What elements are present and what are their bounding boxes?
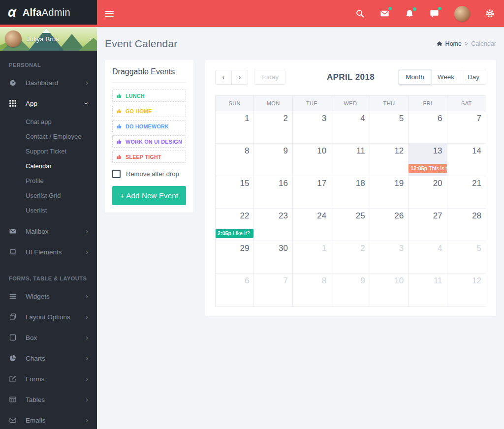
calendar-cell-22[interactable]: 222:05p Like it?: [216, 209, 254, 241]
calendar-cell-18[interactable]: 18: [331, 176, 370, 209]
calendar-cell-next-11[interactable]: 11: [409, 274, 447, 306]
calendar-cell-16[interactable]: 16: [254, 176, 292, 209]
brand-name-bold: Alfa: [23, 7, 42, 18]
chat-icon[interactable]: [429, 8, 440, 19]
mail-icon[interactable]: [379, 8, 390, 19]
laptop-icon: [9, 248, 26, 256]
sidebar-item-forms[interactable]: Forms›: [0, 368, 97, 389]
sidebar-subitem-support-ticket[interactable]: Support Ticket: [0, 144, 97, 159]
breadcrumb-home-link[interactable]: Home: [436, 40, 462, 47]
calendar-cell-next-4[interactable]: 4: [409, 241, 447, 274]
add-new-event-button[interactable]: + Add New Event: [112, 186, 186, 205]
calendar-event[interactable]: 12:05p This is t: [409, 164, 446, 173]
calendar-cell-1[interactable]: 1: [216, 111, 254, 144]
calendar-cell-5[interactable]: 5: [370, 111, 409, 144]
calendar-cell-9[interactable]: 9: [254, 144, 292, 176]
calendar-cell-15[interactable]: 15: [216, 176, 254, 209]
calendar-cell-8[interactable]: 8: [216, 144, 254, 176]
sidebar-item-charts[interactable]: Charts›: [0, 348, 97, 368]
calendar-cell-19[interactable]: 19: [370, 176, 409, 209]
calendar-cell-14[interactable]: 14: [447, 144, 486, 176]
calendar-cell-next-1[interactable]: 1: [293, 241, 331, 274]
calendar-cell-next-2[interactable]: 2: [331, 241, 370, 274]
calendar-cell-10[interactable]: 10: [293, 144, 331, 176]
day-number: 21: [472, 179, 481, 188]
calendar-cell-28[interactable]: 28: [447, 209, 486, 241]
sidebar-subitem-contact-employee[interactable]: Contact / Employee: [0, 129, 97, 144]
calendar-cell-next-6[interactable]: 6: [216, 274, 254, 306]
calendar-cell-4[interactable]: 4: [331, 111, 370, 144]
calendar-cell-11[interactable]: 11: [331, 144, 370, 176]
calendar-cell-27[interactable]: 27: [409, 209, 447, 241]
calendar-cell-next-7[interactable]: 7: [254, 274, 292, 306]
calendar-cell-25[interactable]: 25: [331, 209, 370, 241]
calendar-cell-next-8[interactable]: 8: [293, 274, 331, 306]
day-number: 1: [322, 244, 326, 253]
draggable-event-work-on-ui-design[interactable]: WORK ON UI DESIGN: [112, 135, 186, 148]
day-number: 28: [472, 211, 481, 221]
calendar-cell-24[interactable]: 24: [293, 209, 331, 241]
sidebar-item-emails[interactable]: Emails›: [0, 410, 97, 429]
calendar-cell-next-12[interactable]: 12: [447, 274, 486, 306]
table-icon: [9, 396, 26, 403]
calendar-cell-26[interactable]: 26: [370, 209, 409, 241]
sidebar-item-dashboard[interactable]: Dashboard›: [0, 72, 97, 93]
sidebar-item-app[interactable]: App›: [0, 93, 97, 114]
draggable-event-sleep-tight[interactable]: SLEEP TIGHT: [112, 151, 186, 163]
today-button[interactable]: Today: [254, 70, 285, 85]
sidebar-item-tables[interactable]: Tables›: [0, 389, 97, 410]
user-profile-banner[interactable]: Juliya Brus ›: [0, 27, 97, 51]
menu-icon[interactable]: [105, 9, 114, 18]
calendar-cell-next-5[interactable]: 5: [447, 241, 486, 274]
sidebar-subitem-userlist[interactable]: Userlist: [0, 203, 97, 218]
day-number: 25: [356, 211, 365, 221]
sidebar-subitem-profile[interactable]: Profile: [0, 174, 97, 188]
remove-after-drop-checkbox[interactable]: [112, 170, 121, 178]
day-number: 14: [472, 146, 481, 156]
sidebar-item-mailbox[interactable]: Mailbox›: [0, 221, 97, 242]
calendar-cell-next-10[interactable]: 10: [370, 274, 409, 306]
day-number: 5: [399, 114, 404, 123]
sidebar-item-layout-options[interactable]: Layout Options›: [0, 306, 97, 327]
next-month-button[interactable]: ›: [231, 70, 248, 85]
calendar-cell-next-3[interactable]: 3: [370, 241, 409, 274]
app-logo[interactable]: α Alfa Admin: [0, 0, 97, 25]
pie-chart-icon: [9, 354, 26, 362]
calendar-cell-3[interactable]: 3: [293, 111, 331, 144]
calendar-cell-12[interactable]: 12: [370, 144, 409, 176]
calendar-cell-2[interactable]: 2: [254, 111, 292, 144]
prev-month-button[interactable]: ‹: [215, 70, 232, 85]
sidebar-subitem-calendar[interactable]: Calendar: [0, 159, 97, 174]
draggable-event-go-home[interactable]: GO HOME: [112, 105, 186, 117]
settings-icon[interactable]: [485, 8, 495, 19]
sidebar-subitem-userlist-grid[interactable]: Userlist Grid: [0, 188, 97, 203]
chevron-right-icon: ›: [86, 416, 88, 424]
sidebar-item-widgets[interactable]: Widgets›: [0, 286, 97, 306]
sidebar-item-box[interactable]: Box›: [0, 327, 97, 348]
search-icon[interactable]: [355, 9, 365, 18]
calendar-cell-21[interactable]: 21: [447, 176, 486, 209]
calendar-cell-23[interactable]: 23: [254, 209, 292, 241]
view-button-month[interactable]: Month: [399, 70, 431, 85]
draggable-event-do-homework[interactable]: DO HOMEWORK: [112, 120, 186, 132]
sidebar-subitem-chat-app[interactable]: Chat app: [0, 115, 97, 129]
remove-after-drop-option[interactable]: Remove after drop: [112, 170, 186, 178]
calendar-cell-next-9[interactable]: 9: [331, 274, 370, 306]
user-avatar[interactable]: [454, 6, 470, 22]
sidebar-item-ui-elements[interactable]: UI Elements›: [0, 242, 97, 262]
calendar-cell-29[interactable]: 29: [216, 241, 254, 274]
view-button-week[interactable]: Week: [431, 70, 461, 85]
view-button-day[interactable]: Day: [461, 70, 486, 85]
calendar-cell-6[interactable]: 6: [409, 111, 447, 144]
day-number: 7: [477, 114, 481, 123]
calendar-event[interactable]: 2:05p Like it?: [216, 229, 253, 238]
avatar[interactable]: [5, 31, 22, 47]
calendar-cell-30[interactable]: 30: [254, 241, 292, 274]
calendar-cell-20[interactable]: 20: [409, 176, 447, 209]
draggable-event-lunch[interactable]: LUNCH: [112, 90, 186, 102]
calendar-cell-7[interactable]: 7: [447, 111, 486, 144]
bell-icon[interactable]: [405, 9, 414, 19]
calendar-cell-17[interactable]: 17: [293, 176, 331, 209]
calendar-cell-13[interactable]: 1312:05p This is t: [409, 144, 447, 176]
thumb-up-icon: [116, 108, 123, 114]
